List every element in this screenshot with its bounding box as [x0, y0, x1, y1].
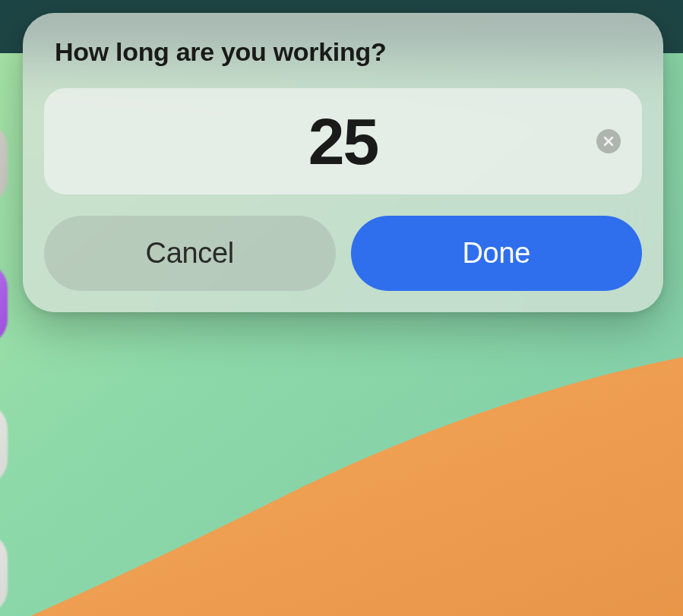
dialog-title: How long are you working? [55, 37, 642, 67]
dialog-button-row: Cancel Done [44, 216, 642, 291]
cancel-button[interactable]: Cancel [44, 216, 336, 291]
done-button[interactable]: Done [351, 216, 643, 291]
duration-prompt-dialog: How long are you working? Cancel Done [23, 13, 663, 312]
clear-input-button[interactable] [596, 129, 621, 153]
close-icon [603, 136, 614, 147]
duration-input-container [44, 88, 642, 194]
sidebar-app-hints [0, 0, 11, 616]
duration-input[interactable] [44, 104, 642, 179]
